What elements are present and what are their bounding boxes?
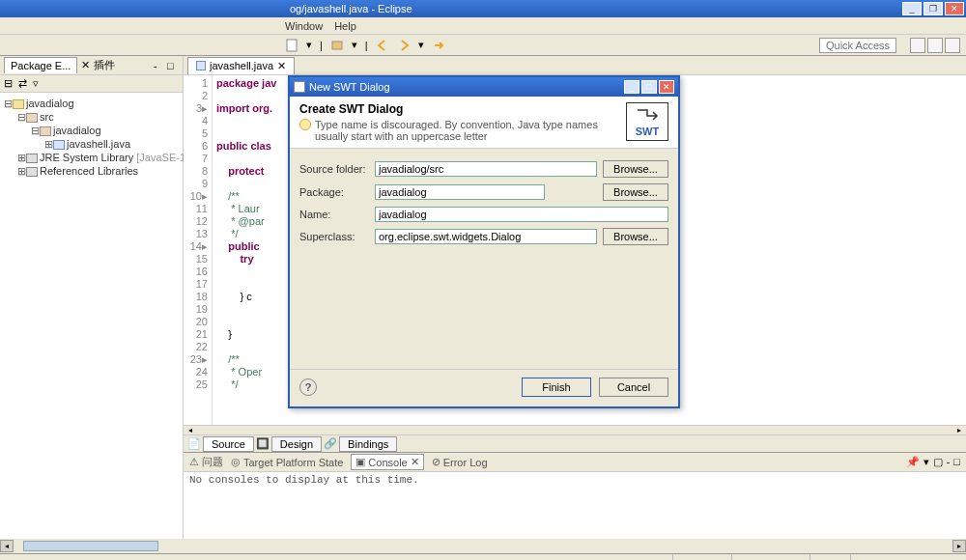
tree-src[interactable]: src [40,111,54,123]
finish-button[interactable]: Finish [522,378,591,397]
view-menu-icon[interactable]: ▿ [33,77,39,90]
minimize-view-icon[interactable]: - [154,60,165,71]
console-view: ⚠问题 ◎Target Platform State ▣Console ✕ ⊘E… [184,452,966,539]
tab-error-log[interactable]: ⊘Error Log [432,456,488,468]
tree-reflib[interactable]: Referenced Libraries [40,165,138,177]
tab-close-icon[interactable]: ✕ [81,59,90,71]
tab-source[interactable]: Source [203,436,254,452]
dialog-minimize-button[interactable]: _ [624,80,639,94]
label-source-folder: Source folder: [299,163,369,175]
input-superclass[interactable] [375,229,597,244]
status-insert: Smart Insert [731,554,810,560]
maximize-view-icon[interactable]: □ [167,60,179,71]
new-swt-dialog: New SWT Dialog _ □ ✕ Create SWT Dialog T… [288,75,680,408]
minimize-button[interactable]: _ [902,2,922,15]
perspective-switcher [910,38,960,53]
tab-design[interactable]: Design [271,436,322,452]
minimize-icon[interactable]: - [947,456,951,468]
go-icon[interactable] [432,39,445,52]
label-superclass: Superclass: [299,231,369,242]
dialog-form: Source folder: Browse... Package: Browse… [290,149,678,369]
main-toolbar: ▾ | ▾ | ▾ [0,35,966,56]
tab-problems[interactable]: ⚠问题 [189,455,223,469]
package-icon[interactable] [330,39,344,52]
scroll-thumb[interactable] [23,541,158,551]
browse-superclass-button[interactable]: Browse... [603,228,668,245]
svg-rect-0 [287,40,297,51]
dialog-maximize-button[interactable]: □ [641,80,657,94]
scroll-right-icon[interactable]: ▸ [952,540,966,552]
dialog-title-text: New SWT Dialog [309,81,390,93]
jre-icon [26,154,38,163]
tree-file[interactable]: javashell.java [67,138,130,150]
forward-icon[interactable] [397,39,411,52]
pin-console-icon[interactable]: 📌 [906,456,920,468]
tab-plugins[interactable]: 插件 [94,58,115,72]
dialog-footer: ? Finish Cancel [290,369,678,406]
problems-icon: ⚠ [189,456,199,468]
link-editor-icon[interactable]: ⇄ [18,77,27,90]
dialog-titlebar[interactable]: New SWT Dialog _ □ ✕ [290,77,678,97]
editor-tabs: javashell.java ✕ [184,56,966,75]
tree-package[interactable]: javadialog [53,125,101,136]
collapse-all-icon[interactable]: ⊟ [4,77,13,90]
menu-window[interactable]: Window [285,20,323,32]
window-titlebar: og/javashell.java - Eclipse _ ❐ ✕ [0,0,966,17]
tab-package-explorer[interactable]: Package E... [4,57,77,73]
separator: | [320,40,323,51]
input-name[interactable] [375,207,668,222]
menu-help[interactable]: Help [334,20,356,32]
cancel-button[interactable]: Cancel [599,378,668,397]
quick-access-input[interactable] [819,38,896,53]
editor-tab-javashell[interactable]: javashell.java ✕ [187,57,295,74]
dropdown-icon[interactable]: ▾ [352,39,357,51]
java-file-icon [196,61,206,70]
sidebar-toolbar: ⊟ ⇄ ▿ [0,75,183,93]
dropdown-icon[interactable]: ▾ [418,39,424,51]
input-package[interactable] [375,184,545,200]
project-tree[interactable]: ⊟javadialog ⊟src ⊟javadialog ⊞javashell.… [0,93,183,182]
line-gutter: 123▸45678910▸11121314▸151617181920212223… [184,75,213,425]
hscroll-right-icon[interactable]: ▸ [952,426,966,434]
menu-bar: Window Help [0,17,966,35]
errorlog-icon: ⊘ [432,456,440,468]
close-button[interactable]: ✕ [945,2,964,15]
new-icon[interactable] [285,39,298,52]
input-source-folder[interactable] [375,161,597,177]
console-icon: ▣ [355,456,365,468]
scroll-left-icon[interactable]: ◂ [0,540,14,552]
hscroll-left-icon[interactable]: ◂ [184,426,197,434]
lib-icon [26,167,38,177]
browse-source-folder-button[interactable]: Browse... [603,160,668,178]
tab-bindings[interactable]: Bindings [339,436,397,452]
src-folder-icon [26,113,38,123]
open-console-icon[interactable]: ▢ [933,456,943,468]
tree-project[interactable]: javadialog [26,98,74,109]
label-name: Name: [299,209,369,220]
sidebar-tabs: Package E... ✕ 插件 - □ [0,56,183,75]
tab-target-platform[interactable]: ◎Target Platform State [231,456,343,468]
bottom-scrollbar[interactable]: ◂ ▸ [0,539,966,553]
maximize-icon[interactable]: □ [953,456,960,468]
perspective-java-icon[interactable] [927,38,943,53]
java-file-icon [53,140,65,150]
display-console-icon[interactable]: ▾ [923,456,929,468]
tab-close-icon[interactable]: ✕ [277,60,286,72]
back-icon[interactable] [376,39,389,52]
dialog-warning-text: Type name is discouraged. By convention,… [315,119,626,142]
tab-console[interactable]: ▣Console ✕ [351,454,423,470]
dropdown-icon[interactable]: ▾ [306,39,312,51]
console-message: No consoles to display at this time. [184,472,966,488]
browse-package-button[interactable]: Browse... [603,183,668,201]
perspective-debug-icon[interactable] [945,38,960,53]
help-icon[interactable]: ? [299,378,317,396]
warning-icon [299,119,311,130]
editor-bottom-tabs: 📄Source 🔲Design 🔗Bindings [184,434,966,452]
tree-jre[interactable]: JRE System Library [40,152,133,163]
status-writable: Writable [672,554,731,560]
maximize-button[interactable]: ❐ [923,2,943,15]
project-icon [13,99,24,109]
perspective-open-icon[interactable] [910,38,925,53]
dialog-close-button[interactable]: ✕ [659,80,674,94]
editor-tab-label: javashell.java [210,60,273,71]
